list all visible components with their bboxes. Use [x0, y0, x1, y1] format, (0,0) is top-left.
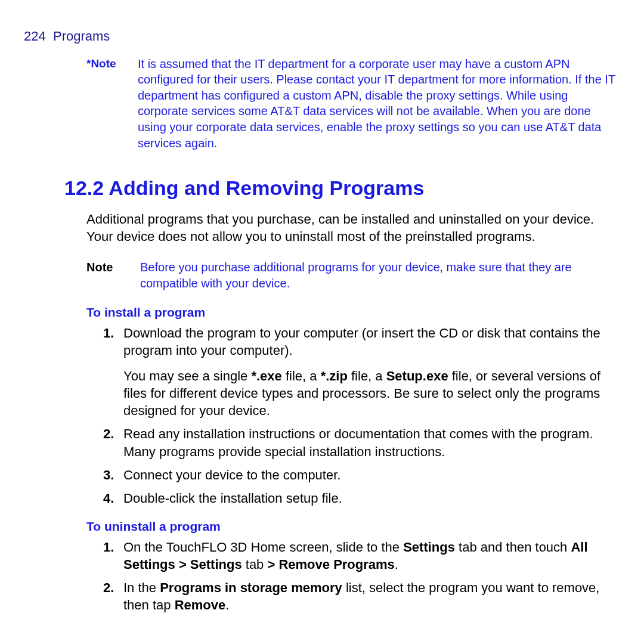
- list-item: 4. Double-click the installation setup f…: [103, 490, 615, 507]
- list-number: 3.: [103, 466, 123, 484]
- page-header: 224 Programs: [24, 27, 615, 45]
- list-body: Download the program to your computer (o…: [123, 324, 615, 419]
- note-body: Before you purchase additional programs …: [140, 259, 615, 291]
- install-heading: To install a program: [86, 304, 615, 321]
- list-item: 3. Connect your device to the computer.: [103, 466, 615, 484]
- list-item: 1. Download the program to your computer…: [103, 324, 615, 419]
- note-label: *Note: [86, 56, 138, 72]
- note-apn: *Note It is assumed that the IT departme…: [86, 56, 615, 151]
- list-body: In the Programs in storage memory list, …: [123, 579, 615, 614]
- chapter-name: Programs: [53, 29, 110, 44]
- install-list: 1. Download the program to your computer…: [103, 324, 615, 507]
- list-body: Read any installation instructions or do…: [123, 425, 615, 460]
- uninstall-list: 1. On the TouchFLO 3D Home screen, slide…: [103, 538, 615, 614]
- list-item: 1. On the TouchFLO 3D Home screen, slide…: [103, 538, 615, 573]
- list-number: 1.: [103, 538, 123, 556]
- note-label: Note: [86, 259, 140, 275]
- note-compatibility: Note Before you purchase additional prog…: [86, 259, 615, 291]
- list-item: 2. In the Programs in storage memory lis…: [103, 579, 615, 614]
- note-body: It is assumed that the IT department for…: [138, 56, 615, 151]
- uninstall-heading: To uninstall a program: [86, 518, 615, 535]
- list-item: 2. Read any installation instructions or…: [103, 425, 615, 460]
- list-number: 4.: [103, 490, 123, 507]
- list-body: Connect your device to the computer.: [123, 466, 340, 484]
- list-number: 2.: [103, 579, 123, 597]
- list-sub-paragraph: You may see a single *.exe file, a *.zip…: [123, 367, 615, 419]
- list-body: On the TouchFLO 3D Home screen, slide to…: [123, 538, 615, 573]
- section-heading: 12.2 Adding and Removing Programs: [64, 175, 615, 202]
- page-number: 224: [24, 29, 46, 44]
- list-number: 2.: [103, 425, 123, 443]
- list-number: 1.: [103, 324, 123, 342]
- section-paragraph: Additional programs that you purchase, c…: [86, 210, 615, 245]
- list-body: Double-click the installation setup file…: [123, 490, 342, 507]
